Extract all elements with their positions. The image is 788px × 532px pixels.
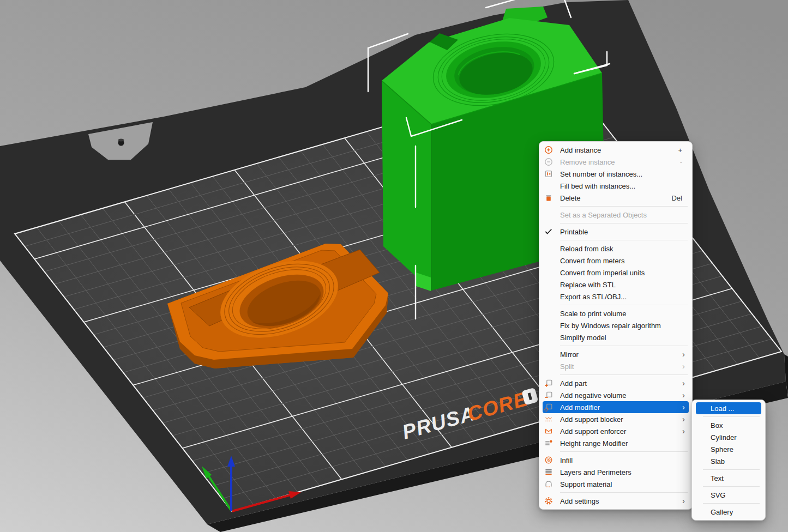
menu-item-add-support-blocker[interactable]: Add support blocker› xyxy=(543,413,689,425)
menu-item-remove-instance: Remove instance- xyxy=(543,156,689,168)
bed-pin-top xyxy=(118,139,124,142)
menu-item-cylinder[interactable]: Cylinder xyxy=(696,431,761,443)
menu-item-label: Convert from meters xyxy=(560,257,624,265)
menu-item-mirror[interactable]: Mirror› xyxy=(543,348,689,360)
menu-item-export-as-stl-obj[interactable]: Export as STL/OBJ... xyxy=(543,291,689,303)
add-instance-icon xyxy=(544,146,553,154)
menu-item-label: Add support enforcer xyxy=(560,427,626,436)
menu-shortcut: Del xyxy=(671,194,682,202)
menu-separator xyxy=(560,240,688,240)
submenu-chevron-icon: › xyxy=(682,403,685,411)
menu-separator xyxy=(560,305,688,305)
menu-item-label: Printable xyxy=(560,228,588,236)
add-modifier-submenu: Load ...BoxCylinderSphereSlabTextSVGGall… xyxy=(691,400,766,521)
menu-item-label: Add modifier xyxy=(560,403,600,412)
menu-item-label: Add support blocker xyxy=(560,415,623,424)
menu-item-label: Load ... xyxy=(711,404,734,413)
submenu-chevron-icon: › xyxy=(682,379,685,387)
submenu-chevron-icon: › xyxy=(682,362,685,370)
menu-item-convert-from-meters[interactable]: Convert from meters xyxy=(543,255,689,267)
menu-item-scale-to-print-volume[interactable]: Scale to print volume xyxy=(543,307,689,319)
menu-item-label: Sphere xyxy=(711,445,733,454)
support-enforcer-icon xyxy=(544,427,553,436)
menu-item-gallery[interactable]: Gallery xyxy=(696,506,761,518)
menu-item-label: SVG xyxy=(711,491,725,499)
menu-item-replace-with-stl[interactable]: Replace with STL xyxy=(543,279,689,291)
menu-item-layers-and-perimeters[interactable]: Layers and Perimeters xyxy=(543,466,689,478)
menu-item-label: Remove instance xyxy=(560,158,615,166)
menu-shortcut: + xyxy=(678,146,682,154)
menu-item-label: Add settings xyxy=(560,497,599,505)
menu-item-load[interactable]: Load ... xyxy=(696,402,761,414)
menu-item-infill[interactable]: Infill xyxy=(543,454,689,466)
menu-item-support-material[interactable]: Support material xyxy=(543,478,689,490)
menu-item-box[interactable]: Box xyxy=(696,419,761,431)
check-icon xyxy=(544,227,553,236)
3d-viewport: PRUSA CORE xyxy=(0,0,788,532)
menu-separator xyxy=(560,223,688,223)
menu-item-label: Convert from imperial units xyxy=(560,269,645,277)
menu-item-convert-from-imperial-units[interactable]: Convert from imperial units xyxy=(543,267,689,279)
menu-shortcut: - xyxy=(680,158,682,166)
menu-item-label: Simplify model xyxy=(560,334,606,342)
add-modifier-icon xyxy=(544,403,553,412)
menu-item-add-modifier[interactable]: Add modifier› xyxy=(543,401,689,413)
menu-item-fill-bed-with-instances[interactable]: Fill bed with instances... xyxy=(543,180,689,192)
menu-item-set-number-of-instances[interactable]: Set number of instances... xyxy=(543,168,689,180)
menu-item-label: Reload from disk xyxy=(560,245,613,253)
set-instances-icon xyxy=(544,170,553,178)
add-settings-icon xyxy=(544,497,553,505)
support-material-icon xyxy=(544,480,553,488)
menu-item-add-negative-volume[interactable]: Add negative volume› xyxy=(543,389,689,401)
menu-item-svg[interactable]: SVG xyxy=(696,489,761,501)
menu-item-label: Box xyxy=(711,421,723,430)
menu-separator xyxy=(560,451,688,452)
menu-item-add-part[interactable]: Add part› xyxy=(543,377,689,389)
selection-bracket xyxy=(486,0,521,8)
menu-item-label: Add part xyxy=(560,379,587,388)
delete-icon xyxy=(544,194,553,202)
menu-separator xyxy=(703,486,760,487)
menu-item-label: Mirror xyxy=(560,350,579,359)
submenu-chevron-icon: › xyxy=(682,415,685,423)
menu-item-label: Add instance xyxy=(560,146,601,154)
menu-item-printable[interactable]: Printable xyxy=(543,226,689,238)
menu-item-label: Fix by Windows repair algorithm xyxy=(560,322,661,330)
menu-separator xyxy=(560,374,688,375)
menu-item-label: Split xyxy=(560,362,574,371)
menu-item-label: Support material xyxy=(560,480,612,488)
menu-item-delete[interactable]: DeleteDel xyxy=(543,192,689,204)
layers-icon xyxy=(544,468,553,476)
menu-item-label: Slab xyxy=(711,457,725,466)
menu-item-reload-from-disk[interactable]: Reload from disk xyxy=(543,243,689,255)
menu-item-label: Layers and Perimeters xyxy=(560,468,631,476)
menu-item-label: Export as STL/OBJ... xyxy=(560,293,627,301)
menu-item-split: Split› xyxy=(543,360,689,372)
remove-instance-icon xyxy=(544,158,553,166)
menu-item-fix-by-windows-repair-algorithm[interactable]: Fix by Windows repair algorithm xyxy=(543,319,689,331)
submenu-chevron-icon: › xyxy=(682,391,685,399)
menu-item-label: Fill bed with instances... xyxy=(560,182,635,190)
menu-item-label: Scale to print volume xyxy=(560,310,626,318)
menu-separator xyxy=(703,416,760,417)
menu-item-label: Gallery xyxy=(711,508,733,516)
menu-item-label: Replace with STL xyxy=(560,281,616,289)
menu-item-label: Delete xyxy=(560,194,581,202)
submenu-chevron-icon: › xyxy=(682,350,685,358)
support-blocker-icon xyxy=(544,415,553,424)
menu-item-sphere[interactable]: Sphere xyxy=(696,443,761,455)
menu-separator xyxy=(560,206,688,207)
menu-item-label: Infill xyxy=(560,456,573,464)
menu-item-text[interactable]: Text xyxy=(696,472,761,484)
menu-separator xyxy=(560,346,688,346)
submenu-chevron-icon: › xyxy=(682,497,685,505)
menu-item-add-settings[interactable]: Add settings› xyxy=(543,495,689,507)
menu-item-height-range-modifier[interactable]: Height range Modifier xyxy=(543,437,689,449)
menu-item-simplify-model[interactable]: Simplify model xyxy=(543,331,689,343)
menu-item-slab[interactable]: Slab xyxy=(696,455,761,467)
add-negative-icon xyxy=(544,391,553,400)
menu-separator xyxy=(703,469,760,470)
menu-item-add-instance[interactable]: Add instance+ xyxy=(543,144,689,156)
menu-item-add-support-enforcer[interactable]: Add support enforcer› xyxy=(543,425,689,437)
menu-separator xyxy=(703,503,760,504)
